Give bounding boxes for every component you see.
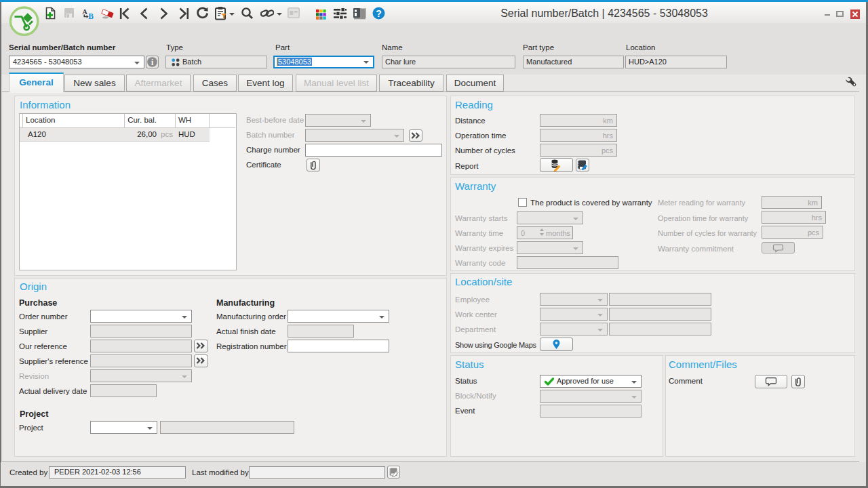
svg-text:B: B [88, 12, 94, 20]
svg-text:A: A [82, 8, 87, 16]
svg-text:?: ? [376, 8, 382, 19]
